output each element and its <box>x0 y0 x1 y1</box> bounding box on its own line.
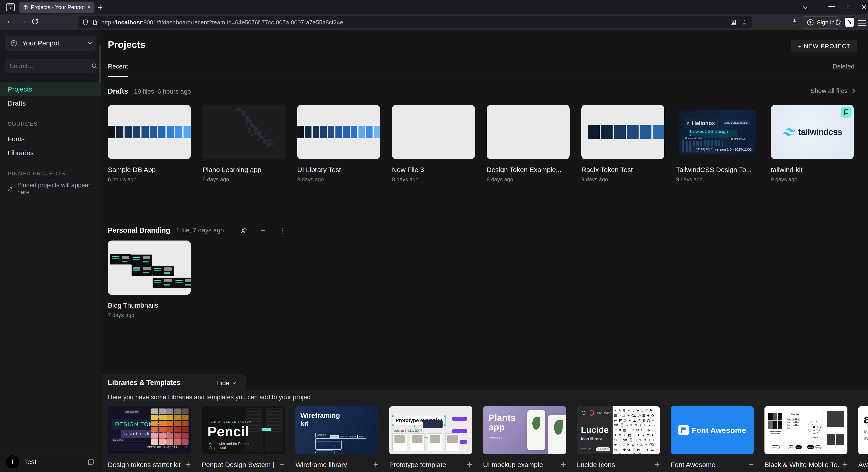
file-card[interactable]: New File 38 days ago <box>392 105 475 183</box>
template-card[interactable]: WireframingkitInput textSelectedOption 2… <box>296 406 378 470</box>
shared-library-badge <box>841 107 851 118</box>
template-name: Ava <box>858 461 868 469</box>
tab-recent[interactable]: Recent <box>108 63 128 77</box>
template-card[interactable]: PlantsappVersion 1.0UI mockup example+ <box>483 406 566 470</box>
window-close-icon[interactable]: × <box>857 2 868 12</box>
list-tabs-icon[interactable] <box>798 2 812 10</box>
templates-hide-toggle[interactable]: Hide <box>216 380 236 387</box>
file-date: 9 days ago <box>771 176 854 183</box>
template-add-button[interactable]: + <box>465 460 472 470</box>
shield-icon[interactable] <box>82 19 89 26</box>
template-card[interactable]: 1420 iconsLucideIcon library2024-01v. 0.… <box>577 406 660 470</box>
template-card[interactable]: Pick topics that interest youNEXTSelect … <box>765 406 847 470</box>
file-card[interactable]: HelionoxTailwindCSS Design Tokensaffine … <box>676 105 759 183</box>
project-section-header[interactable]: Personal Branding 1 file, 7 days ago + ⋮ <box>108 225 286 235</box>
sidebar-item-projects[interactable]: Projects <box>0 82 101 96</box>
comments-icon[interactable] <box>87 458 95 466</box>
file-card[interactable]: Sample DB App6 hours ago <box>108 105 191 183</box>
bookmark-star-icon[interactable]: ☆ <box>741 18 748 27</box>
file-card[interactable]: tailwindcsstailwind-kit9 days ago <box>771 105 854 183</box>
url-bar[interactable]: http://localhost:9001/#/dashboard/recent… <box>78 16 752 29</box>
template-card[interactable]: aMixavaAva+ <box>858 406 868 470</box>
team-switcher[interactable]: Your Penpot <box>5 36 96 51</box>
minimize-icon[interactable]: — <box>825 2 839 10</box>
templates-header-tab: Libraries & Templates Hide <box>101 374 246 391</box>
file-date: 9 days ago <box>581 176 664 183</box>
template-add-button[interactable]: + <box>277 460 285 470</box>
template-add-button[interactable]: + <box>840 460 847 470</box>
template-name: Wireframe library <box>296 461 371 469</box>
tab-close-icon[interactable]: × <box>87 4 91 11</box>
file-name: Piano Learning app <box>203 166 285 174</box>
file-thumbnail <box>297 105 380 159</box>
tab-title: Projects - Your Penpot - Penpot <box>31 4 85 10</box>
template-name: Black & White Mobile Te... <box>765 461 840 469</box>
template-name: Penpot Design System | ... <box>202 461 277 469</box>
page-info-icon[interactable] <box>92 19 98 26</box>
page-title: Projects <box>108 39 145 50</box>
template-card[interactable]: DESIGN TOKENSstarter.kitspacing.smneutra… <box>108 406 191 470</box>
menu-icon[interactable] <box>858 19 866 28</box>
template-card[interactable]: Font AwesomeFont Awesome+ <box>671 406 754 470</box>
sidebar-item-libraries[interactable]: Libraries <box>0 146 101 160</box>
template-add-button[interactable]: + <box>559 460 566 470</box>
browser-tab-strip: Projects - Your Penpot - Penpot × + — × <box>0 0 868 14</box>
template-thumbnail: PENPOT DESIGN SYSTEMPencilMade with and … <box>202 406 285 454</box>
show-all-files-link[interactable]: Show all files <box>811 87 855 94</box>
file-name: UI Library Test <box>297 166 380 174</box>
template-add-button[interactable]: + <box>746 460 754 470</box>
new-project-button[interactable]: + NEW PROJECT <box>792 40 857 53</box>
search-icon[interactable] <box>91 63 98 69</box>
penpot-logo-icon <box>9 39 18 48</box>
new-tab-button[interactable]: + <box>98 3 103 12</box>
fontawesome-flag-icon <box>678 425 689 435</box>
notion-extension-icon[interactable]: N <box>845 18 854 27</box>
project-options-icon[interactable]: ⋮ <box>279 226 286 234</box>
file-card[interactable]: Piano Learning app6 days ago <box>203 105 285 183</box>
url-text: http://localhost:9001/#/dashboard/recent… <box>101 19 726 26</box>
file-name: tailwind-kit <box>771 166 854 174</box>
sidebar-item-fonts[interactable]: Fonts <box>0 132 101 146</box>
file-card[interactable]: UI Library Test8 days ago <box>297 105 380 183</box>
file-thumbnail: tailwindcss <box>771 105 854 159</box>
downloads-icon[interactable] <box>791 17 798 26</box>
tabs-row: Recent Deleted <box>101 56 868 78</box>
template-thumbnail: aMixava <box>858 406 868 454</box>
sidebar-item-drafts[interactable]: Drafts <box>0 96 101 110</box>
penpot-favicon-icon <box>23 4 29 10</box>
drafts-section-header[interactable]: Drafts 19 files, 6 hours ago <box>108 87 191 95</box>
sidebar-scrollbar[interactable] <box>99 45 101 88</box>
section-title: Drafts <box>108 87 128 95</box>
save-page-icon[interactable] <box>730 19 737 26</box>
penpot-dashboard: Your Penpot ProjectsDraftsSOURCESFontsLi… <box>0 30 868 472</box>
tab-deleted[interactable]: Deleted <box>833 63 855 70</box>
chevron-down-icon <box>232 381 236 384</box>
file-card[interactable]: Design Token Example...8 days ago <box>487 105 569 183</box>
file-card[interactable]: Blog Thumbnails7 days ago <box>108 241 191 318</box>
template-add-button[interactable]: + <box>652 460 660 470</box>
template-name: Prototype template <box>389 461 465 469</box>
hide-label: Hide <box>216 380 229 387</box>
file-card[interactable]: Radix Token Test9 days ago <box>581 105 664 183</box>
browser-tab[interactable]: Projects - Your Penpot - Penpot × <box>20 2 94 13</box>
template-add-button[interactable]: + <box>183 460 191 470</box>
avatar[interactable]: T <box>6 455 19 468</box>
add-file-icon[interactable]: + <box>260 225 266 235</box>
extension-icon[interactable] <box>834 17 841 26</box>
pin-icon[interactable] <box>241 227 247 234</box>
search-input[interactable] <box>9 62 91 70</box>
reload-icon[interactable] <box>31 18 39 25</box>
restore-icon[interactable] <box>842 2 856 10</box>
file-thumbnail <box>203 105 285 159</box>
template-thumbnail: Font Awesome <box>671 406 754 454</box>
firefox-view-icon[interactable] <box>6 3 15 11</box>
back-button[interactable]: ← <box>6 16 13 25</box>
chevron-right-icon <box>851 89 855 93</box>
template-add-button[interactable]: + <box>371 460 378 470</box>
forward-button[interactable]: → <box>19 16 27 25</box>
templates-panel: Libraries & Templates Hide Here you have… <box>101 374 868 472</box>
template-card[interactable]: Prototype examplesVersion 1. May 2024Pro… <box>389 406 472 470</box>
template-card[interactable]: PENPOT DESIGN SYSTEMPencilMade with and … <box>202 406 285 470</box>
file-date: 6 days ago <box>203 176 285 183</box>
sidebar-footer: T Test <box>0 451 101 472</box>
